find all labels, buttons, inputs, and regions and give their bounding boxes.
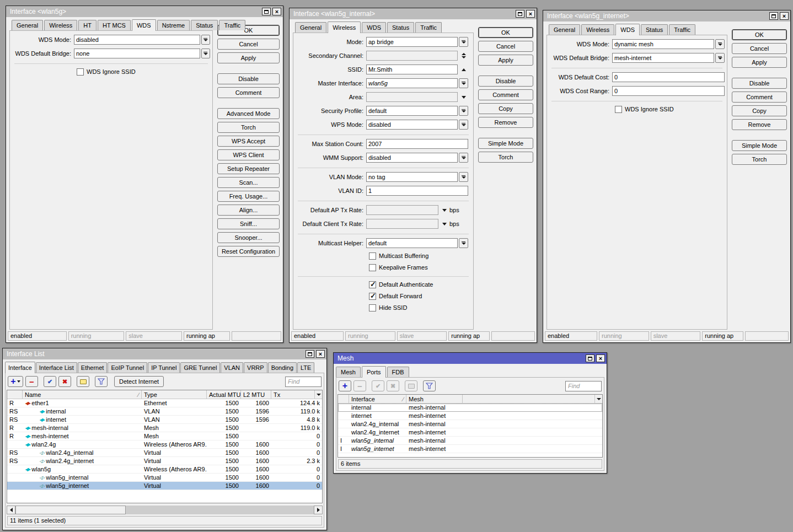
maximize-button[interactable] bbox=[262, 8, 271, 15]
default-authenticate-checkbox[interactable] bbox=[369, 281, 376, 288]
tab-ethernet[interactable]: Ethernet bbox=[78, 362, 108, 373]
tab-ht-mcs[interactable]: HT MCS bbox=[98, 20, 131, 30]
column-flags[interactable] bbox=[7, 390, 23, 399]
maximize-button[interactable] bbox=[306, 350, 314, 358]
comment-button[interactable] bbox=[405, 380, 417, 391]
disable-button[interactable]: ✖ bbox=[387, 380, 399, 391]
scrollbar-thumb[interactable] bbox=[15, 506, 126, 514]
tab-general[interactable]: General bbox=[12, 20, 43, 30]
tab-traffic[interactable]: Traffic bbox=[415, 22, 442, 33]
cancel-button[interactable]: Cancel bbox=[732, 43, 787, 54]
tab-interface-list[interactable]: Interface List bbox=[36, 362, 77, 373]
table-row-inactive[interactable]: I wlan5g_internal mesh-internal bbox=[338, 437, 602, 445]
tab-status[interactable]: Status bbox=[387, 22, 414, 33]
expand-arrow-icon[interactable] bbox=[442, 209, 447, 212]
column-select-button[interactable] bbox=[594, 395, 602, 403]
column-type[interactable]: Type bbox=[142, 390, 207, 399]
column-interface[interactable]: Interface∕ bbox=[349, 395, 406, 403]
dropdown-icon[interactable] bbox=[201, 35, 211, 45]
wds-default-bridge-input[interactable] bbox=[74, 49, 200, 58]
copy-button[interactable]: Copy bbox=[478, 103, 533, 114]
wps-mode-input[interactable] bbox=[366, 120, 458, 130]
table-row[interactable]: RS ◀▶internet VLAN 1500 1596 4.8 k bbox=[7, 416, 322, 424]
table-row-focused[interactable]: internal mesh-internal bbox=[338, 404, 602, 412]
table-row-selected[interactable]: ◁▷wlan5g_internet Virtual 1500 1600 0 bbox=[7, 482, 322, 490]
default-forward-checkbox[interactable] bbox=[369, 293, 376, 300]
dropdown-icon[interactable] bbox=[459, 238, 468, 248]
vlan-id-input[interactable] bbox=[366, 186, 468, 196]
wds-ignore-ssid-checkbox[interactable] bbox=[77, 68, 84, 76]
table-row[interactable]: RS ◁▷wlan2.4g_internet Virtual 1500 1600… bbox=[7, 457, 322, 465]
tab-wds[interactable]: WDS bbox=[362, 22, 386, 33]
table-row[interactable]: R ◀▶mesh-internal Mesh 1500 119.0 k bbox=[7, 424, 322, 432]
wds-default-bridge-input[interactable] bbox=[612, 53, 714, 63]
tab-lte[interactable]: LTE bbox=[297, 362, 314, 373]
filter-button[interactable] bbox=[423, 380, 436, 391]
default-ap-tx-rate-input[interactable] bbox=[366, 205, 438, 215]
expand-arrow-icon[interactable] bbox=[442, 223, 447, 225]
default-client-tx-rate-input[interactable] bbox=[366, 219, 438, 229]
tab-ip-tunnel[interactable]: IP Tunnel bbox=[148, 362, 180, 373]
close-button[interactable]: × bbox=[596, 354, 605, 362]
security-profile-input[interactable] bbox=[366, 106, 458, 116]
multicast-helper-input[interactable] bbox=[366, 238, 458, 248]
wds-cost-range-input[interactable] bbox=[612, 86, 725, 96]
torch-button[interactable]: Torch bbox=[732, 154, 787, 165]
detect-internet-button[interactable]: Detect Internet bbox=[114, 376, 164, 387]
tab-gre-tunnel[interactable]: GRE Tunnel bbox=[180, 362, 220, 373]
dropdown-icon[interactable] bbox=[715, 53, 725, 63]
tab-traffic[interactable]: Traffic bbox=[219, 20, 245, 30]
disable-button[interactable]: Disable bbox=[478, 76, 533, 87]
remove-button[interactable]: − bbox=[353, 380, 366, 391]
titlebar[interactable]: Mesh × bbox=[334, 353, 607, 364]
close-button[interactable]: × bbox=[272, 8, 281, 15]
comment-button[interactable]: Comment bbox=[217, 87, 280, 98]
column-actual-mtu[interactable]: Actual MTU bbox=[207, 390, 241, 399]
spinner-icon[interactable] bbox=[462, 53, 466, 58]
table-row[interactable]: wlan2.4g_internal mesh-internal bbox=[338, 420, 602, 428]
reset-configuration-button[interactable]: Reset Configuration bbox=[217, 246, 280, 257]
titlebar[interactable]: Interface List × bbox=[3, 348, 326, 359]
tab-wireless[interactable]: Wireless bbox=[581, 24, 614, 35]
dropdown-icon[interactable] bbox=[459, 78, 468, 88]
torch-button[interactable]: Torch bbox=[217, 122, 280, 133]
column-tx[interactable]: Tx bbox=[271, 390, 314, 399]
enable-button[interactable]: ✔ bbox=[44, 376, 56, 387]
tab-ht[interactable]: HT bbox=[78, 20, 97, 30]
table-row[interactable]: ◁▷wlan5g_internal Virtual 1500 1600 0 bbox=[7, 474, 322, 482]
table-row[interactable]: ◀▶wlan5g Wireless (Atheros AR9... 1500 1… bbox=[7, 465, 322, 474]
tab-fdb[interactable]: FDB bbox=[387, 367, 409, 377]
column-select-button[interactable] bbox=[314, 390, 322, 399]
column-mesh[interactable]: Mesh bbox=[406, 395, 463, 403]
tab-status[interactable]: Status bbox=[641, 24, 668, 35]
close-button[interactable]: × bbox=[316, 350, 325, 358]
dropdown-icon[interactable] bbox=[459, 153, 468, 163]
comment-button[interactable]: Comment bbox=[732, 92, 787, 103]
freq-usage-button[interactable]: Freq. Usage... bbox=[217, 191, 280, 202]
collapse-arrow-icon[interactable] bbox=[462, 68, 466, 71]
table-row[interactable]: RS ◁▷wlan2.4g_internal Virtual 1500 1600… bbox=[7, 449, 322, 457]
tab-wds[interactable]: WDS bbox=[132, 19, 156, 31]
align-button[interactable]: Align... bbox=[217, 205, 280, 216]
disable-button[interactable]: ✖ bbox=[58, 376, 71, 387]
apply-button[interactable]: Apply bbox=[732, 57, 787, 68]
cancel-button[interactable]: Cancel bbox=[478, 41, 533, 52]
wps-accept-button[interactable]: WPS Accept bbox=[217, 136, 280, 147]
comment-button[interactable] bbox=[77, 376, 89, 387]
area-input[interactable] bbox=[366, 92, 458, 102]
multicast-buffering-checkbox[interactable] bbox=[369, 252, 376, 260]
expand-arrow-icon[interactable] bbox=[462, 96, 466, 99]
remove-button[interactable]: − bbox=[25, 376, 38, 387]
wds-mode-input[interactable] bbox=[74, 35, 200, 45]
tab-status[interactable]: Status bbox=[191, 20, 218, 30]
tab-vrrp[interactable]: VRRP bbox=[244, 362, 267, 373]
snooper-button[interactable]: Snooper... bbox=[217, 232, 280, 243]
hide-ssid-checkbox[interactable] bbox=[369, 304, 376, 311]
tab-wireless[interactable]: Wireless bbox=[44, 20, 77, 30]
find-input[interactable] bbox=[285, 377, 322, 387]
wmm-support-input[interactable] bbox=[366, 153, 458, 163]
filter-button[interactable] bbox=[95, 376, 108, 387]
add-button[interactable]: + bbox=[8, 376, 23, 387]
ok-button[interactable]: OK bbox=[478, 27, 533, 38]
tab-general[interactable]: General bbox=[549, 24, 580, 35]
